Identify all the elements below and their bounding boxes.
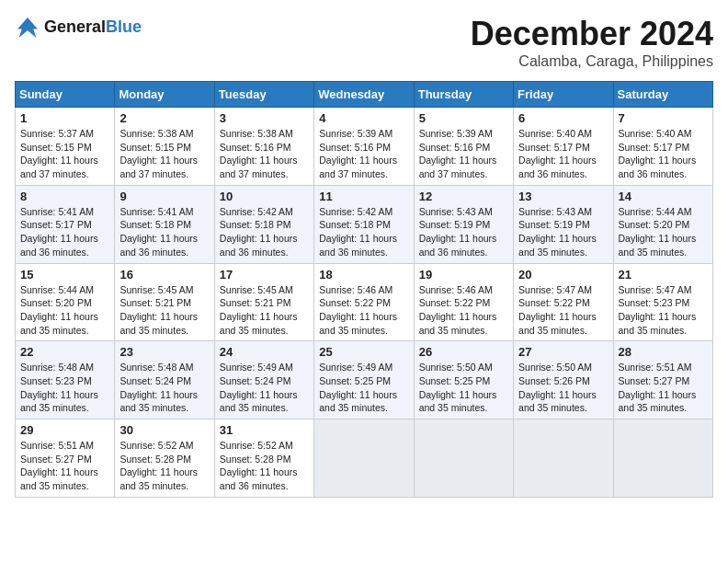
day-info: Sunrise: 5:46 AM Sunset: 5:22 PM Dayligh… — [319, 283, 408, 338]
day-number: 19 — [419, 268, 508, 282]
day-number: 6 — [518, 111, 608, 125]
header-sunday: Sunday — [16, 82, 115, 108]
calendar-cell: 31Sunrise: 5:52 AM Sunset: 5:28 PM Dayli… — [214, 419, 313, 498]
header-friday: Friday — [514, 82, 613, 108]
header-thursday: Thursday — [414, 82, 513, 108]
day-number: 9 — [119, 190, 209, 203]
day-number: 16 — [119, 268, 209, 282]
calendar-cell: 15Sunrise: 5:44 AM Sunset: 5:20 PM Dayli… — [16, 263, 115, 341]
calendar-cell: 22Sunrise: 5:48 AM Sunset: 5:23 PM Dayli… — [16, 341, 115, 419]
calendar-cell: 20Sunrise: 5:47 AM Sunset: 5:22 PM Dayli… — [514, 263, 613, 341]
day-number: 25 — [319, 345, 408, 359]
day-info: Sunrise: 5:51 AM Sunset: 5:27 PM Dayligh… — [619, 361, 708, 415]
calendar-week-row: 15Sunrise: 5:44 AM Sunset: 5:20 PM Dayli… — [16, 263, 713, 341]
calendar-cell: 1Sunrise: 5:37 AM Sunset: 5:15 PM Daylig… — [16, 108, 115, 186]
day-info: Sunrise: 5:47 AM Sunset: 5:23 PM Dayligh… — [619, 283, 708, 338]
day-info: Sunrise: 5:39 AM Sunset: 5:16 PM Dayligh… — [319, 127, 408, 181]
day-info: Sunrise: 5:50 AM Sunset: 5:26 PM Dayligh… — [518, 361, 608, 415]
day-number: 13 — [518, 190, 608, 203]
day-info: Sunrise: 5:44 AM Sunset: 5:20 PM Dayligh… — [20, 283, 109, 338]
day-info: Sunrise: 5:50 AM Sunset: 5:25 PM Dayligh… — [419, 361, 508, 415]
calendar-cell: 13Sunrise: 5:43 AM Sunset: 5:19 PM Dayli… — [514, 185, 613, 263]
calendar-cell: 2Sunrise: 5:38 AM Sunset: 5:15 PM Daylig… — [115, 108, 214, 186]
calendar-cell: 27Sunrise: 5:50 AM Sunset: 5:26 PM Dayli… — [514, 341, 613, 419]
day-info: Sunrise: 5:43 AM Sunset: 5:19 PM Dayligh… — [518, 205, 608, 259]
day-info: Sunrise: 5:45 AM Sunset: 5:21 PM Dayligh… — [220, 283, 309, 338]
day-info: Sunrise: 5:52 AM Sunset: 5:28 PM Dayligh… — [119, 439, 209, 493]
day-info: Sunrise: 5:39 AM Sunset: 5:16 PM Dayligh… — [419, 127, 508, 181]
day-info: Sunrise: 5:49 AM Sunset: 5:24 PM Dayligh… — [220, 361, 309, 415]
calendar-cell: 29Sunrise: 5:51 AM Sunset: 5:27 PM Dayli… — [16, 419, 115, 498]
calendar-cell: 11Sunrise: 5:42 AM Sunset: 5:18 PM Dayli… — [314, 185, 414, 263]
calendar-cell: 5Sunrise: 5:39 AM Sunset: 5:16 PM Daylig… — [414, 108, 513, 186]
day-number: 24 — [220, 345, 309, 359]
day-info: Sunrise: 5:42 AM Sunset: 5:18 PM Dayligh… — [319, 205, 408, 259]
day-number: 30 — [119, 423, 209, 437]
day-number: 2 — [119, 111, 209, 125]
calendar-cell: 8Sunrise: 5:41 AM Sunset: 5:17 PM Daylig… — [16, 185, 115, 263]
day-number: 4 — [319, 111, 408, 125]
day-info: Sunrise: 5:49 AM Sunset: 5:25 PM Dayligh… — [319, 361, 408, 415]
day-number: 28 — [619, 345, 708, 359]
location-title: Calamba, Caraga, Philippines — [471, 53, 713, 70]
header-monday: Monday — [115, 82, 214, 108]
calendar-cell: 28Sunrise: 5:51 AM Sunset: 5:27 PM Dayli… — [613, 341, 712, 419]
day-info: Sunrise: 5:45 AM Sunset: 5:21 PM Dayligh… — [119, 283, 209, 338]
logo-icon — [15, 15, 40, 40]
calendar-cell — [414, 419, 513, 498]
day-info: Sunrise: 5:38 AM Sunset: 5:15 PM Dayligh… — [119, 127, 209, 181]
calendar-cell — [613, 419, 712, 498]
day-number: 7 — [619, 111, 708, 125]
calendar-cell: 26Sunrise: 5:50 AM Sunset: 5:25 PM Dayli… — [414, 341, 513, 419]
header-saturday: Saturday — [613, 82, 712, 108]
calendar-cell: 19Sunrise: 5:46 AM Sunset: 5:22 PM Dayli… — [414, 263, 513, 341]
calendar-table: SundayMondayTuesdayWednesdayThursdayFrid… — [15, 81, 713, 498]
logo-text: GeneralBlue — [44, 18, 142, 37]
day-number: 10 — [220, 190, 309, 203]
day-number: 15 — [20, 268, 109, 282]
calendar-cell: 4Sunrise: 5:39 AM Sunset: 5:16 PM Daylig… — [314, 108, 414, 186]
day-info: Sunrise: 5:40 AM Sunset: 5:17 PM Dayligh… — [518, 127, 608, 181]
calendar-week-row: 8Sunrise: 5:41 AM Sunset: 5:17 PM Daylig… — [16, 185, 713, 263]
day-info: Sunrise: 5:41 AM Sunset: 5:18 PM Dayligh… — [119, 205, 209, 259]
day-number: 20 — [518, 268, 608, 282]
header-tuesday: Tuesday — [214, 82, 313, 108]
day-info: Sunrise: 5:52 AM Sunset: 5:28 PM Dayligh… — [220, 439, 309, 493]
day-info: Sunrise: 5:42 AM Sunset: 5:18 PM Dayligh… — [220, 205, 309, 259]
calendar-week-row: 1Sunrise: 5:37 AM Sunset: 5:15 PM Daylig… — [16, 108, 713, 186]
calendar-cell: 18Sunrise: 5:46 AM Sunset: 5:22 PM Dayli… — [314, 263, 414, 341]
day-info: Sunrise: 5:46 AM Sunset: 5:22 PM Dayligh… — [419, 283, 508, 338]
calendar-cell: 25Sunrise: 5:49 AM Sunset: 5:25 PM Dayli… — [314, 341, 414, 419]
day-number: 26 — [419, 345, 508, 359]
day-info: Sunrise: 5:37 AM Sunset: 5:15 PM Dayligh… — [20, 127, 109, 181]
calendar-cell: 10Sunrise: 5:42 AM Sunset: 5:18 PM Dayli… — [214, 185, 313, 263]
month-title: December 2024 — [471, 15, 713, 53]
day-number: 1 — [20, 111, 109, 125]
day-info: Sunrise: 5:47 AM Sunset: 5:22 PM Dayligh… — [518, 283, 608, 338]
day-number: 5 — [419, 111, 508, 125]
day-info: Sunrise: 5:43 AM Sunset: 5:19 PM Dayligh… — [419, 205, 508, 259]
calendar-cell: 9Sunrise: 5:41 AM Sunset: 5:18 PM Daylig… — [115, 185, 214, 263]
calendar-cell: 23Sunrise: 5:48 AM Sunset: 5:24 PM Dayli… — [115, 341, 214, 419]
title-area: December 2024 Calamba, Caraga, Philippin… — [471, 15, 713, 70]
day-number: 11 — [319, 190, 408, 203]
day-info: Sunrise: 5:48 AM Sunset: 5:24 PM Dayligh… — [119, 361, 209, 415]
calendar-cell: 16Sunrise: 5:45 AM Sunset: 5:21 PM Dayli… — [115, 263, 214, 341]
calendar-cell: 30Sunrise: 5:52 AM Sunset: 5:28 PM Dayli… — [115, 419, 214, 498]
calendar-cell: 6Sunrise: 5:40 AM Sunset: 5:17 PM Daylig… — [514, 108, 613, 186]
calendar-week-row: 22Sunrise: 5:48 AM Sunset: 5:23 PM Dayli… — [16, 341, 713, 419]
day-info: Sunrise: 5:44 AM Sunset: 5:20 PM Dayligh… — [619, 205, 708, 259]
header-wednesday: Wednesday — [314, 82, 414, 108]
day-number: 18 — [319, 268, 408, 282]
day-number: 21 — [619, 268, 708, 282]
day-number: 23 — [119, 345, 209, 359]
day-number: 14 — [619, 190, 708, 203]
day-number: 3 — [220, 111, 309, 125]
logo: GeneralBlue — [15, 15, 142, 40]
day-number: 22 — [20, 345, 109, 359]
day-number: 31 — [220, 423, 309, 437]
calendar-header-row: SundayMondayTuesdayWednesdayThursdayFrid… — [16, 82, 713, 108]
calendar-cell — [314, 419, 414, 498]
header: GeneralBlue December 2024 Calamba, Carag… — [15, 15, 713, 70]
calendar-cell: 3Sunrise: 5:38 AM Sunset: 5:16 PM Daylig… — [214, 108, 313, 186]
